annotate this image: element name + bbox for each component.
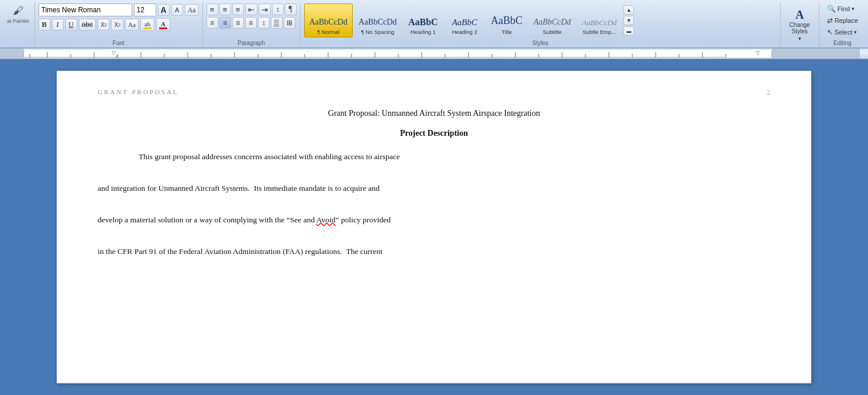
clear-format-button[interactable]: Aa [185, 4, 199, 16]
doc-body-text[interactable]: This grant proposal addresses concerns a… [98, 149, 770, 259]
decrease-indent-button[interactable]: ⇤ [245, 4, 257, 15]
sort-button[interactable]: ↕ [272, 4, 284, 15]
ruler: ▽ △ ▽ [0, 49, 868, 59]
style-subtle-preview: AaBbCcDd [582, 18, 616, 28]
avoid-squiggle: Avoid [316, 215, 336, 224]
style-no-spacing-preview: AaBbCcDd [359, 18, 397, 28]
ribbon: 🖌 at Painter A A Aa B I U abc X2 [0, 0, 868, 49]
editing-group-label: Editing [823, 39, 862, 47]
style-no-spacing-label: ¶ No Spacing [361, 29, 394, 35]
styles-scroll-up[interactable]: ▲ [624, 5, 634, 15]
styles-group-label: Styles [304, 39, 777, 47]
paragraph-group-label: Paragraph [206, 39, 297, 47]
shading-button[interactable]: ▒ [271, 17, 283, 29]
document-area: GRANT PROPOSAL 2 Grant Proposal: Unmanne… [0, 59, 868, 395]
strikethrough-button[interactable]: abc [79, 19, 96, 30]
line-spacing-button[interactable]: ↕ [258, 17, 270, 29]
page-header: GRANT PROPOSAL 2 [98, 88, 770, 97]
format-painter-label: at Painter [7, 18, 30, 24]
page-number: 2 [767, 88, 770, 97]
align-left-button[interactable]: ≡ [206, 17, 218, 29]
style-subtitle-button[interactable]: AaBbCcDd Subtitle [528, 4, 576, 37]
font-size-text-button[interactable]: Aa [125, 19, 139, 30]
ruler-first-line-indent[interactable]: △ [115, 54, 119, 59]
replace-icon: ⇄ [827, 16, 833, 25]
change-styles-section: A Change Styles ▾ [781, 2, 819, 47]
find-label: Find [838, 5, 850, 12]
font-color-button[interactable]: A [156, 18, 170, 31]
styles-group: AaBbCcDd ¶ Normal AaBbCcDd ¶ No Spacing … [301, 2, 781, 47]
doc-header-title: GRANT PROPOSAL [98, 88, 179, 95]
styles-scroll: ▲ ▼ ▬ [622, 4, 635, 37]
change-styles-aa-icon: A [795, 9, 804, 20]
format-painter-icon[interactable]: 🖌 [13, 5, 23, 17]
ruler-right-indent[interactable]: ▽ [756, 50, 760, 56]
italic-button[interactable]: I [52, 19, 64, 30]
doc-main-title: Grant Proposal: Unmanned Aircraft System… [98, 109, 770, 118]
select-label: Select [835, 29, 853, 36]
underline-button[interactable]: U [66, 19, 77, 30]
font-size-input[interactable] [134, 4, 156, 16]
doc-section-title: Project Description [98, 129, 770, 138]
style-heading1-button[interactable]: AaBbC Heading 1 [402, 4, 443, 37]
font-group-label: Font [39, 39, 199, 47]
highlight-button[interactable]: ab [140, 18, 154, 31]
style-normal-label: ¶ Normal [317, 29, 339, 35]
replace-button[interactable]: ⇄ Replace [823, 15, 862, 26]
font-name-input[interactable] [39, 4, 132, 16]
style-normal-button[interactable]: AaBbCcDd ¶ Normal [304, 4, 353, 37]
style-subtitle-preview: AaBbCcDd [533, 18, 571, 28]
bold-button[interactable]: B [39, 19, 50, 30]
select-icon: ↖ [827, 28, 833, 36]
paragraph-group: ≡ ≡ ≡ ⇤ ⇥ ↕ ¶ ≡ ≡ ≡ ≡ ↕ ▒ ⊞ Pa [203, 2, 301, 47]
style-heading2-preview: AaBbC [452, 17, 477, 28]
style-subtle-emp-button[interactable]: AaBbCcDd Subtle Emp... [577, 4, 622, 37]
select-arrow: ▾ [854, 29, 857, 35]
style-normal-preview: AaBbCcDd [309, 18, 347, 28]
bullets-button[interactable]: ≡ [206, 4, 218, 15]
style-subtitle-label: Subtitle [543, 29, 562, 35]
justify-button[interactable]: ≡ [245, 17, 257, 29]
style-heading1-preview: AaBbC [408, 16, 438, 28]
style-title-label: Title [502, 29, 512, 35]
format-painter-section: 🖌 at Painter [2, 2, 35, 47]
style-title-preview: AaBbC [491, 15, 522, 28]
styles-scroll-more[interactable]: ▬ [624, 26, 634, 36]
ruler-ticks [24, 50, 771, 57]
numbering-button[interactable]: ≡ [219, 4, 231, 15]
change-styles-label: Change Styles [790, 22, 810, 35]
font-shrink-button[interactable]: A [171, 4, 183, 16]
style-heading2-button[interactable]: AaBbC Heading 2 [444, 4, 485, 37]
find-arrow: ▾ [852, 6, 855, 12]
replace-label: Replace [835, 17, 858, 24]
styles-scroll-down[interactable]: ▼ [624, 16, 634, 25]
change-styles-arrow: ▾ [798, 36, 801, 42]
align-right-button[interactable]: ≡ [232, 17, 244, 29]
style-title-button[interactable]: AaBbC Title [485, 4, 528, 37]
increase-indent-button[interactable]: ⇥ [259, 4, 271, 15]
select-button[interactable]: ↖ Select ▾ [823, 27, 862, 37]
font-grow-button[interactable]: A [158, 4, 170, 16]
multilevel-button[interactable]: ≡ [232, 4, 244, 15]
find-button[interactable]: 🔍 Find ▾ [823, 4, 859, 14]
font-group: A A Aa B I U abc X2 X2 Aa ab [35, 2, 203, 47]
subscript-button[interactable]: X2 [98, 19, 110, 30]
style-heading2-label: Heading 2 [452, 29, 477, 35]
document-page: GRANT PROPOSAL 2 Grant Proposal: Unmanne… [57, 71, 811, 383]
binoculars-icon: 🔍 [827, 5, 836, 13]
show-marks-button[interactable]: ¶ [285, 4, 297, 15]
editing-group: 🔍 Find ▾ ⇄ Replace ↖ Select ▾ Editing [819, 2, 866, 47]
style-subtle-label: Subtle Emp... [583, 29, 616, 35]
borders-button[interactable]: ⊞ [284, 17, 295, 29]
style-heading1-label: Heading 1 [411, 29, 436, 35]
align-center-button[interactable]: ≡ [219, 17, 231, 29]
style-no-spacing-button[interactable]: AaBbCcDd ¶ No Spacing [353, 4, 402, 37]
change-styles-button[interactable]: A Change Styles ▾ [784, 6, 815, 44]
superscript-button[interactable]: X2 [111, 19, 123, 30]
